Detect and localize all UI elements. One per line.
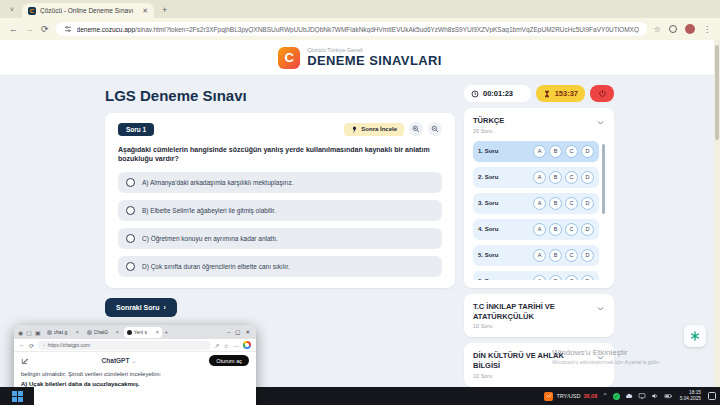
choice-bubble-c[interactable]: C bbox=[565, 171, 578, 184]
clock-icon bbox=[471, 90, 479, 98]
popup-tab-2[interactable]: ChatG× bbox=[84, 327, 122, 338]
chevron-down-icon[interactable] bbox=[596, 304, 605, 313]
reload-icon[interactable]: ⟳ bbox=[29, 342, 34, 349]
choice-bubble-d[interactable]: D bbox=[581, 171, 594, 184]
tab-close-icon[interactable]: × bbox=[76, 329, 79, 335]
tab-search-icon[interactable]: ˅ bbox=[6, 4, 18, 16]
question-nav-row-6[interactable]: 6. SoruABCD bbox=[473, 271, 599, 280]
choice-bubble-d[interactable]: D bbox=[581, 197, 594, 210]
back-icon[interactable]: ← bbox=[19, 342, 25, 348]
review-later-button[interactable]: Sonra İncele bbox=[344, 123, 404, 136]
exit-exam-button[interactable] bbox=[590, 85, 614, 102]
question-nav-row-2[interactable]: 2. SoruABCD bbox=[473, 167, 599, 188]
scrollbar-thumb[interactable] bbox=[715, 45, 719, 140]
section-header-turkce[interactable]: TÜRKÇE 20 Soru bbox=[473, 116, 605, 134]
choice-bubble-d[interactable]: D bbox=[581, 249, 594, 262]
choice-bubble-b[interactable]: B bbox=[549, 249, 562, 262]
start-button[interactable] bbox=[0, 387, 34, 405]
reload-icon[interactable]: ⟳ bbox=[41, 24, 49, 34]
choice-bubble-b[interactable]: B bbox=[549, 145, 562, 158]
cloud-icon[interactable] bbox=[625, 392, 633, 400]
profile-icon[interactable]: ◉ bbox=[18, 329, 23, 336]
choice-bubble-b[interactable]: B bbox=[549, 171, 562, 184]
taskbar-clock[interactable]: 18:15 5.04.2025 bbox=[678, 390, 703, 402]
choice-bubble-c[interactable]: C bbox=[565, 197, 578, 210]
option-b[interactable]: B) Elbette Selim'le ağabeyleri ile gitmi… bbox=[118, 200, 442, 221]
display-cast-icon[interactable] bbox=[638, 392, 646, 400]
option-radio[interactable] bbox=[126, 234, 135, 243]
question-nav-row-1[interactable]: 1. SoruABCD bbox=[473, 141, 599, 162]
choice-bubble-a[interactable]: A bbox=[533, 249, 546, 262]
browser-tab[interactable]: C Çözücü - Online Deneme Sınavı ✕ bbox=[22, 3, 154, 18]
bookmark-icon[interactable]: ☆ bbox=[224, 342, 229, 349]
menu-icon[interactable]: ⋯ bbox=[233, 342, 239, 349]
new-tab-button[interactable]: + bbox=[162, 5, 167, 15]
choice-bubble-c[interactable]: C bbox=[565, 275, 578, 280]
chrome-profile-icon[interactable] bbox=[243, 341, 251, 349]
option-d[interactable]: D) Çok sınıfta duran öğrencilerin elbett… bbox=[118, 256, 442, 277]
extension-icon[interactable] bbox=[669, 25, 677, 33]
question-nav-row-5[interactable]: 5. SoruABCD bbox=[473, 245, 599, 266]
choice-bubble-a[interactable]: A bbox=[533, 275, 546, 280]
tab-close-icon[interactable]: × bbox=[116, 329, 119, 335]
chevron-down-icon[interactable] bbox=[596, 353, 605, 362]
popup-tab-1[interactable]: chat.g× bbox=[44, 327, 82, 338]
chevron-down-icon[interactable] bbox=[596, 118, 605, 127]
option-radio[interactable] bbox=[126, 206, 135, 215]
choice-bubble-c[interactable]: C bbox=[565, 145, 578, 158]
option-a[interactable]: A) Almanya'daki arkadaşımla karşılıklı m… bbox=[118, 172, 442, 193]
share-icon[interactable]: ↗ bbox=[215, 342, 220, 349]
split-view-icon[interactable]: ▣ bbox=[35, 329, 41, 336]
battery-icon[interactable] bbox=[664, 392, 673, 400]
choice-bubble-a[interactable]: A bbox=[533, 171, 546, 184]
notification-center-icon[interactable] bbox=[708, 392, 716, 400]
forward-icon[interactable]: → bbox=[25, 24, 34, 34]
tab-close-icon[interactable]: ✕ bbox=[142, 7, 148, 15]
choice-bubble-c[interactable]: C bbox=[565, 223, 578, 236]
next-question-button[interactable]: Sonraki Soru› bbox=[105, 298, 177, 317]
question-nav-row-4[interactable]: 4. SoruABCD bbox=[473, 219, 599, 240]
back-icon[interactable]: ← bbox=[9, 24, 18, 34]
site-settings-icon[interactable] bbox=[64, 25, 72, 33]
option-c[interactable]: C) Öğretmen konuyu en ayrımına kadar anl… bbox=[118, 228, 442, 249]
new-chat-icon[interactable] bbox=[21, 357, 29, 365]
antivirus-status-icon[interactable]: ✓ bbox=[613, 393, 620, 400]
chatgpt-float-button[interactable] bbox=[684, 325, 706, 347]
choice-bubble-b[interactable]: B bbox=[549, 197, 562, 210]
popup-address-bar[interactable]: ◦https://chatgpt.com bbox=[38, 341, 211, 350]
menu-icon[interactable]: ⋮ bbox=[703, 25, 711, 34]
choice-bubble-c[interactable]: C bbox=[565, 249, 578, 262]
choice-bubble-d[interactable]: D bbox=[581, 275, 594, 280]
choice-bubble-b[interactable]: B bbox=[549, 223, 562, 236]
choice-bubble-a[interactable]: A bbox=[533, 145, 546, 158]
address-bar[interactable]: deneme.cozucu.app/sinav.html?token=2Fs2r… bbox=[56, 22, 647, 36]
option-radio[interactable] bbox=[126, 262, 135, 271]
tray-chevron-up-icon[interactable]: ⌃ bbox=[602, 392, 607, 400]
question-nav-row-3[interactable]: 3. SoruABCD bbox=[473, 193, 599, 214]
choice-bubble-a[interactable]: A bbox=[533, 197, 546, 210]
new-tab-icon[interactable]: + bbox=[165, 329, 169, 335]
profile-avatar[interactable] bbox=[685, 24, 695, 34]
maximize-icon[interactable]: ▢ bbox=[235, 329, 240, 335]
choice-bubble-d[interactable]: D bbox=[581, 223, 594, 236]
popup-tab-3[interactable]: Yeni s× bbox=[124, 327, 162, 338]
minimize-icon[interactable]: – bbox=[227, 329, 230, 335]
option-radio[interactable] bbox=[126, 178, 135, 187]
page-scrollbar[interactable] bbox=[714, 40, 720, 387]
choice-bubble-a[interactable]: A bbox=[533, 223, 546, 236]
tab-close-icon[interactable]: × bbox=[156, 329, 159, 335]
choice-bubble-d[interactable]: D bbox=[581, 145, 594, 158]
zoom-out-button[interactable] bbox=[428, 122, 442, 136]
signin-button[interactable]: Oturum aç bbox=[209, 355, 249, 366]
volume-icon[interactable] bbox=[651, 392, 659, 400]
close-icon[interactable]: ✕ bbox=[245, 329, 250, 335]
zoom-in-button[interactable] bbox=[409, 122, 423, 136]
popup-app-title[interactable]: ChatGPT ⌄ bbox=[29, 357, 209, 365]
currency-widget[interactable]: TRY/USD 38,08 bbox=[544, 392, 597, 401]
section-header-din-kulturu[interactable]: DİN KÜLTÜRÜ VE AHLAK BİLGİSİ 10 Soru bbox=[473, 351, 605, 379]
choice-bubble-b[interactable]: B bbox=[549, 275, 562, 280]
bookmark-icon[interactable]: ☆ bbox=[654, 25, 661, 34]
list-scrollbar[interactable] bbox=[602, 144, 605, 214]
section-header-inkilap[interactable]: T.C İNKILAP TARİHİ VE ATATÜRKÇÜLÜK 10 So… bbox=[473, 302, 605, 330]
tab-groups-icon[interactable]: ▢ bbox=[26, 329, 32, 336]
